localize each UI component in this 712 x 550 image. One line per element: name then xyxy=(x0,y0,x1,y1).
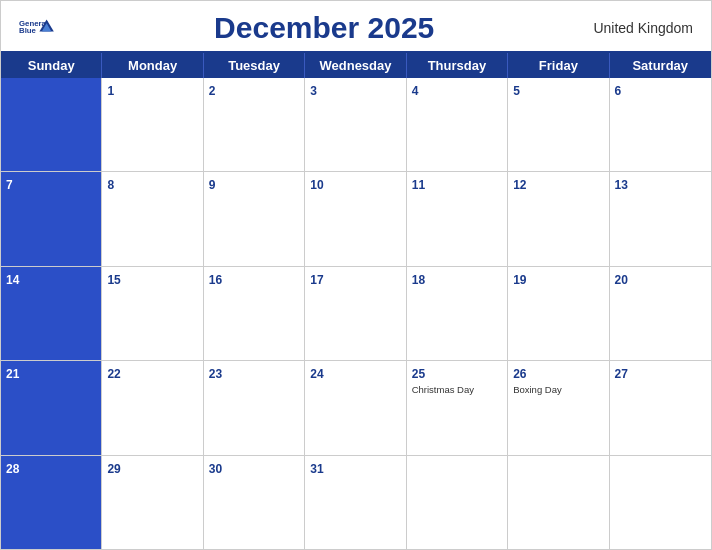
day-number: 19 xyxy=(513,273,526,287)
day-number: 6 xyxy=(615,84,622,98)
region-label: United Kingdom xyxy=(593,20,693,36)
day-cell: 5 xyxy=(508,78,609,171)
day-cell: 1 xyxy=(102,78,203,171)
calendar-grid: SundayMondayTuesdayWednesdayThursdayFrid… xyxy=(1,51,711,549)
day-number: 8 xyxy=(107,178,114,192)
day-number: 20 xyxy=(615,273,628,287)
day-number: 18 xyxy=(412,273,425,287)
day-cell: 30 xyxy=(204,456,305,549)
day-number: 17 xyxy=(310,273,323,287)
day-cell: 26Boxing Day xyxy=(508,361,609,454)
day-number: 2 xyxy=(209,84,216,98)
day-cell: 12 xyxy=(508,172,609,265)
day-cell: 11 xyxy=(407,172,508,265)
day-number: 21 xyxy=(6,367,19,381)
day-cell: 15 xyxy=(102,267,203,360)
day-cell: 9 xyxy=(204,172,305,265)
day-number: 10 xyxy=(310,178,323,192)
day-number: 24 xyxy=(310,367,323,381)
day-number: 9 xyxy=(209,178,216,192)
day-number: 27 xyxy=(615,367,628,381)
day-header-sunday: Sunday xyxy=(1,53,102,78)
day-cell: 28 xyxy=(1,456,102,549)
day-cell: 27 xyxy=(610,361,711,454)
holiday-label: Boxing Day xyxy=(513,384,603,395)
day-cell: 31 xyxy=(305,456,406,549)
general-blue-logo-icon: General Blue xyxy=(19,17,55,39)
week-row-2: 14151617181920 xyxy=(1,267,711,361)
logo-area: General Blue xyxy=(19,17,55,39)
holiday-label: Christmas Day xyxy=(412,384,502,395)
day-cell: 19 xyxy=(508,267,609,360)
day-cell: 3 xyxy=(305,78,406,171)
day-cell: 24 xyxy=(305,361,406,454)
day-cell: 7 xyxy=(1,172,102,265)
week-row-4: 28293031 xyxy=(1,456,711,549)
svg-text:Blue: Blue xyxy=(19,26,37,35)
day-cell: 6 xyxy=(610,78,711,171)
day-cell: 18 xyxy=(407,267,508,360)
day-number: 1 xyxy=(107,84,114,98)
day-number: 31 xyxy=(310,462,323,476)
day-number: 7 xyxy=(6,178,13,192)
calendar-header: General Blue December 2025 United Kingdo… xyxy=(1,1,711,51)
month-title: December 2025 xyxy=(214,11,434,45)
day-cell: 22 xyxy=(102,361,203,454)
day-cell xyxy=(508,456,609,549)
day-number: 28 xyxy=(6,462,19,476)
calendar-container: General Blue December 2025 United Kingdo… xyxy=(0,0,712,550)
day-cell: 25Christmas Day xyxy=(407,361,508,454)
week-row-0: 123456 xyxy=(1,78,711,172)
day-number: 5 xyxy=(513,84,520,98)
day-number: 11 xyxy=(412,178,425,192)
day-cell: 2 xyxy=(204,78,305,171)
day-number: 29 xyxy=(107,462,120,476)
day-cell: 20 xyxy=(610,267,711,360)
day-number: 15 xyxy=(107,273,120,287)
day-cell: 10 xyxy=(305,172,406,265)
day-number: 30 xyxy=(209,462,222,476)
day-cell: 29 xyxy=(102,456,203,549)
day-cell: 23 xyxy=(204,361,305,454)
day-number: 23 xyxy=(209,367,222,381)
day-cell: 8 xyxy=(102,172,203,265)
day-header-friday: Friday xyxy=(508,53,609,78)
day-header-tuesday: Tuesday xyxy=(204,53,305,78)
day-cell: 14 xyxy=(1,267,102,360)
day-cell: 4 xyxy=(407,78,508,171)
day-number: 26 xyxy=(513,367,526,381)
day-number: 14 xyxy=(6,273,19,287)
day-number: 22 xyxy=(107,367,120,381)
day-header-wednesday: Wednesday xyxy=(305,53,406,78)
day-cell xyxy=(610,456,711,549)
day-cell: 17 xyxy=(305,267,406,360)
day-cell xyxy=(407,456,508,549)
day-number: 16 xyxy=(209,273,222,287)
week-row-1: 78910111213 xyxy=(1,172,711,266)
day-header-saturday: Saturday xyxy=(610,53,711,78)
day-number: 12 xyxy=(513,178,526,192)
day-cell: 16 xyxy=(204,267,305,360)
day-number: 4 xyxy=(412,84,419,98)
day-header-monday: Monday xyxy=(102,53,203,78)
day-cell: 13 xyxy=(610,172,711,265)
weeks-container: 1234567891011121314151617181920212223242… xyxy=(1,78,711,549)
day-number: 13 xyxy=(615,178,628,192)
day-number: 25 xyxy=(412,367,425,381)
day-cell: 21 xyxy=(1,361,102,454)
week-row-3: 2122232425Christmas Day26Boxing Day27 xyxy=(1,361,711,455)
day-headers: SundayMondayTuesdayWednesdayThursdayFrid… xyxy=(1,53,711,78)
day-number: 3 xyxy=(310,84,317,98)
day-cell xyxy=(1,78,102,171)
day-header-thursday: Thursday xyxy=(407,53,508,78)
